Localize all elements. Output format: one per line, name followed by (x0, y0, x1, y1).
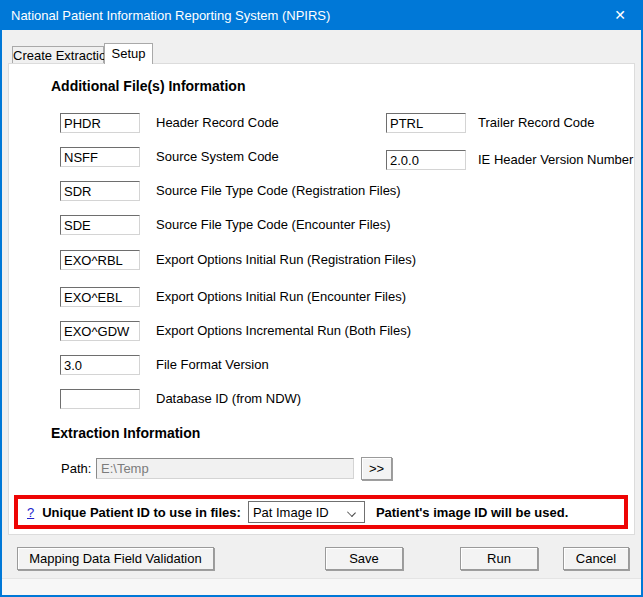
path-input[interactable] (96, 458, 354, 479)
titlebar[interactable]: National Patient Information Reporting S… (0, 0, 643, 30)
export-options-initial-encounter-input[interactable] (60, 287, 140, 307)
database-id-input[interactable] (60, 389, 140, 409)
source-file-type-registration-input[interactable] (60, 181, 140, 201)
export-options-incremental-label: Export Options Incremental Run (Both Fil… (156, 321, 411, 341)
header-record-code-label: Header Record Code (156, 113, 279, 133)
trailer-record-code-label: Trailer Record Code (478, 113, 595, 133)
tab-create-extraction[interactable]: Create Extraction (12, 46, 104, 63)
source-file-type-encounter-label: Source File Type Code (Encounter Files) (156, 215, 391, 235)
database-id-label: Database ID (from NDW) (156, 389, 301, 409)
npirs-dialog: National Patient Information Reporting S… (0, 0, 643, 597)
save-button[interactable]: Save (325, 547, 403, 570)
source-system-code-label: Source System Code (156, 147, 279, 167)
header-record-code-input[interactable] (60, 113, 140, 133)
source-system-code-input[interactable] (60, 147, 140, 167)
unique-patient-id-label: Unique Patient ID to use in files: (42, 505, 241, 520)
section-header-extraction: Extraction Information (51, 425, 200, 441)
path-label: Path: (61, 459, 91, 479)
patient-id-dropdown-value: Pat Image ID (253, 505, 329, 520)
setup-tab-panel: Additional File(s) Information Header Re… (8, 63, 635, 535)
patient-id-dropdown[interactable]: Pat Image ID (248, 501, 365, 523)
chevron-down-icon (347, 508, 356, 517)
export-options-incremental-input[interactable] (60, 321, 140, 341)
section-header-additional-files: Additional File(s) Information (51, 78, 245, 94)
file-format-version-label: File Format Version (156, 355, 269, 375)
close-button[interactable]: ✕ (597, 0, 643, 30)
bottom-strip (2, 578, 641, 595)
browse-button[interactable]: >> (361, 457, 392, 480)
mapping-data-field-validation-button[interactable]: Mapping Data Field Validation (17, 547, 214, 570)
window-title: National Patient Information Reporting S… (0, 8, 330, 23)
source-file-type-encounter-input[interactable] (60, 215, 140, 235)
ie-header-version-input[interactable] (386, 150, 466, 170)
export-options-initial-registration-input[interactable] (60, 250, 140, 270)
help-link[interactable]: ? (27, 505, 34, 520)
close-icon: ✕ (614, 7, 626, 23)
export-options-initial-registration-label: Export Options Initial Run (Registration… (156, 250, 416, 270)
cancel-button[interactable]: Cancel (563, 547, 629, 570)
tab-setup[interactable]: Setup (104, 43, 153, 64)
export-options-initial-encounter-label: Export Options Initial Run (Encounter Fi… (156, 287, 406, 307)
source-file-type-registration-label: Source File Type Code (Registration File… (156, 181, 401, 201)
run-button[interactable]: Run (460, 547, 538, 570)
dialog-body: Create Extraction Setup Additional File(… (2, 30, 641, 595)
file-format-version-input[interactable] (60, 355, 140, 375)
patient-id-highlight-box: ? Unique Patient ID to use in files: Pat… (14, 495, 628, 529)
patient-id-description: Patient's image ID will be used. (376, 505, 568, 520)
trailer-record-code-input[interactable] (386, 113, 466, 133)
ie-header-version-label: IE Header Version Number (478, 150, 633, 170)
